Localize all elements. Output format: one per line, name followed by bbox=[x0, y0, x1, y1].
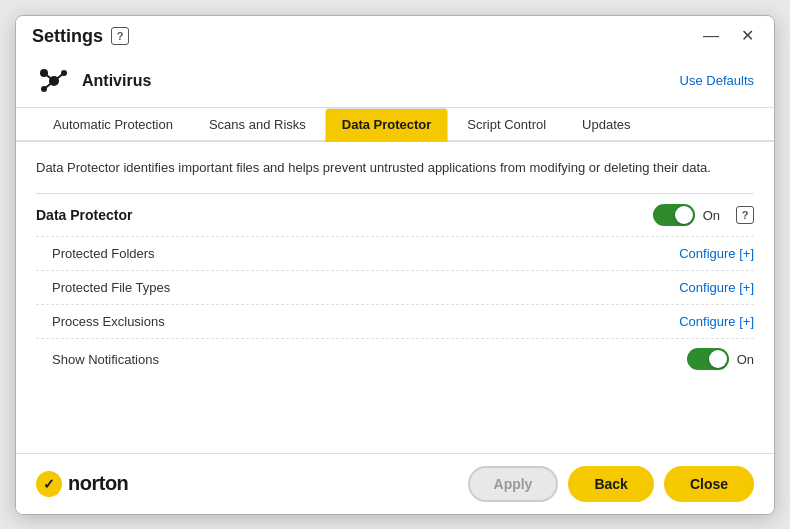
use-defaults-link[interactable]: Use Defaults bbox=[680, 73, 754, 88]
footer-buttons: Apply Back Close bbox=[468, 466, 754, 502]
show-notifications-toggle[interactable] bbox=[687, 348, 729, 370]
window-title: Settings bbox=[32, 26, 103, 47]
close-button[interactable]: ✕ bbox=[737, 26, 758, 46]
process-exclusions-row: Process Exclusions Configure [+] bbox=[36, 304, 754, 338]
section-title: Data Protector bbox=[36, 207, 653, 223]
protected-folders-row: Protected Folders Configure [+] bbox=[36, 236, 754, 270]
notifications-toggle-group: On bbox=[687, 348, 754, 370]
main-toggle-label: On bbox=[703, 208, 720, 223]
minimize-button[interactable]: — bbox=[699, 26, 723, 46]
protected-file-types-row: Protected File Types Configure [+] bbox=[36, 270, 754, 304]
header-area: Antivirus Use Defaults bbox=[16, 55, 774, 108]
protected-file-types-label: Protected File Types bbox=[52, 280, 679, 295]
norton-brand-text: norton bbox=[68, 472, 128, 495]
show-notifications-label: Show Notifications bbox=[52, 352, 687, 367]
title-left: Settings ? bbox=[32, 26, 129, 47]
tabs-bar: Automatic Protection Scans and Risks Dat… bbox=[16, 108, 774, 142]
antivirus-label: Antivirus bbox=[82, 72, 151, 90]
tab-scans-and-risks[interactable]: Scans and Risks bbox=[192, 108, 323, 140]
main-toggle-group: On bbox=[653, 204, 720, 226]
show-notifications-row: Show Notifications On bbox=[36, 338, 754, 379]
norton-logo: ✓ norton bbox=[36, 471, 128, 497]
footer: ✓ norton Apply Back Close bbox=[16, 453, 774, 514]
process-exclusions-label: Process Exclusions bbox=[52, 314, 679, 329]
section-help-badge[interactable]: ? bbox=[736, 206, 754, 224]
logo-area: Antivirus bbox=[36, 63, 151, 99]
protected-folders-label: Protected Folders bbox=[52, 246, 679, 261]
title-bar: Settings ? — ✕ bbox=[16, 16, 774, 55]
tab-automatic-protection[interactable]: Automatic Protection bbox=[36, 108, 190, 140]
content-description: Data Protector identifies important file… bbox=[36, 158, 754, 178]
back-button[interactable]: Back bbox=[568, 466, 653, 502]
tab-updates[interactable]: Updates bbox=[565, 108, 647, 140]
tab-script-control[interactable]: Script Control bbox=[450, 108, 563, 140]
protected-file-types-configure[interactable]: Configure [+] bbox=[679, 280, 754, 295]
tab-data-protector[interactable]: Data Protector bbox=[325, 108, 449, 142]
settings-window: Settings ? — ✕ Antivirus Use Defaults A bbox=[15, 15, 775, 515]
antivirus-icon bbox=[36, 63, 72, 99]
main-content: Data Protector identifies important file… bbox=[16, 142, 774, 453]
notifications-toggle-label: On bbox=[737, 352, 754, 367]
close-dialog-button[interactable]: Close bbox=[664, 466, 754, 502]
protected-folders-configure[interactable]: Configure [+] bbox=[679, 246, 754, 261]
process-exclusions-configure[interactable]: Configure [+] bbox=[679, 314, 754, 329]
data-protector-header-row: Data Protector On ? bbox=[36, 193, 754, 236]
title-help-badge[interactable]: ? bbox=[111, 27, 129, 45]
apply-button[interactable]: Apply bbox=[468, 466, 559, 502]
title-controls: — ✕ bbox=[699, 26, 758, 46]
norton-checkmark: ✓ bbox=[36, 471, 62, 497]
data-protector-toggle[interactable] bbox=[653, 204, 695, 226]
